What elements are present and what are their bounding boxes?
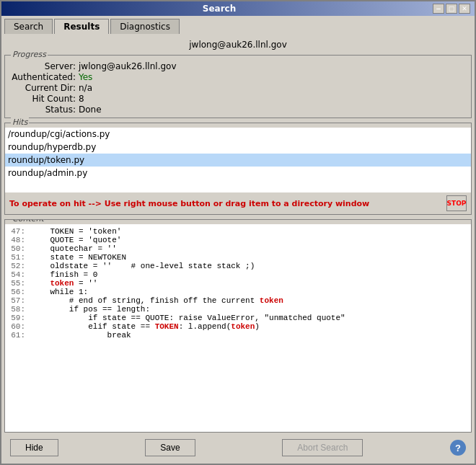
progress-label: Progress [11,50,48,59]
tab-diagnostics[interactable]: Diagnostics [110,19,180,34]
close-button[interactable]: ✕ [459,4,470,14]
auth-value: Yes [79,72,465,82]
hitcount-label: Hit Count: [11,94,76,104]
abort-search-button[interactable]: Abort Search [282,439,363,456]
footer-bar: Hide Save Abort Search ? [4,435,472,461]
minimize-button[interactable]: − [433,4,444,14]
hitcount-value: 8 [79,94,465,104]
save-button[interactable]: Save [145,439,195,456]
code-area[interactable]: 47: TOKEN = 'token' 48: QUOTE = 'quote' … [5,224,471,432]
list-item[interactable]: /roundup/cgi/actions.py [5,128,471,141]
progress-section: Progress Server: jwlong@auk26.llnl.gov A… [4,55,472,118]
main-window: Search − □ ✕ Search Results Diagnostics … [0,0,476,465]
code-line: 55: token = '' [8,279,468,288]
code-line: 61: break [8,331,468,340]
code-line: 52: oldstate = '' # one-level state stac… [8,262,468,270]
code-line: 58: if pos == length: [8,305,468,314]
help-button[interactable]: ? [450,440,466,456]
status-label: Status: [11,105,76,115]
code-line: 48: QUOTE = 'quote' [8,236,468,244]
list-item[interactable]: roundup/token.py [5,154,471,167]
stop-button[interactable]: STOP [446,195,467,211]
server-label: Server: [11,61,76,71]
content-section: Content 47: TOKEN = 'token' 48: QUOTE = … [4,219,472,433]
tab-search[interactable]: Search [4,19,53,34]
code-line: 50: quotechar = '' [8,244,468,253]
window-title: Search [6,4,433,14]
auth-label: Authenticated: [11,72,76,82]
hide-button[interactable]: Hide [10,439,58,456]
hits-footer: To operate on hit --> Use right mouse bu… [5,192,471,214]
progress-grid: Server: jwlong@auk26.llnl.gov Authentica… [11,58,465,115]
code-line: 57: # end of string, finish off the curr… [8,296,468,305]
curdir-value: n/a [79,83,465,93]
content-label: Content [11,219,45,223]
code-line: 47: TOKEN = 'token' [8,227,468,236]
status-value: Done [79,105,465,115]
title-bar: Search − □ ✕ [1,1,475,16]
list-item[interactable]: roundup/hyperdb.py [5,141,471,154]
hits-section: Hits /roundup/cgi/actions.py roundup/hyp… [4,123,472,215]
maximize-button[interactable]: □ [446,4,457,14]
code-line: 54: finish = 0 [8,270,468,279]
code-line: 60: elif state == TOKEN: l.append(token) [8,322,468,331]
tab-content: jwlong@auk26.llnl.gov Progress Server: j… [1,34,475,464]
server-value: jwlong@auk26.llnl.gov [79,61,465,71]
user-email: jwlong@auk26.llnl.gov [4,37,472,53]
hits-label: Hits [11,118,29,127]
window-controls: − □ ✕ [433,4,470,14]
code-line: 59: if state == QUOTE: raise ValueError,… [8,314,468,322]
code-line: 51: state = NEWTOKEN [8,253,468,262]
tabs-bar: Search Results Diagnostics [1,16,475,34]
list-item[interactable]: roundup/admin.py [5,167,471,180]
code-line: 56: while 1: [8,288,468,296]
hits-list[interactable]: /roundup/cgi/actions.py roundup/hyperdb.… [5,128,471,192]
tab-results[interactable]: Results [54,19,109,34]
hits-instruction: To operate on hit --> Use right mouse bu… [9,199,369,208]
curdir-label: Current Dir: [11,83,76,93]
